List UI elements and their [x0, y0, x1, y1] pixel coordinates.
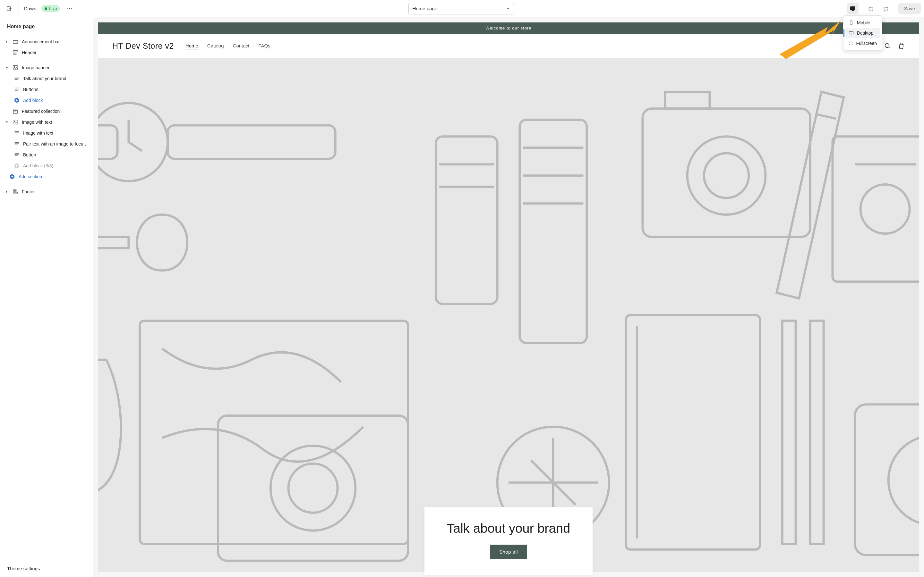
section-footer[interactable]: Footer [0, 186, 93, 197]
viewport-option-fullscreen[interactable]: Fullscreen [845, 38, 880, 48]
nav-link-home[interactable]: Home [186, 43, 198, 49]
svg-rect-14 [13, 120, 18, 124]
announcement-bar: Welcome to our store [98, 23, 919, 34]
section-icon [12, 189, 19, 195]
text-block-icon [13, 86, 20, 93]
more-actions-button[interactable] [64, 3, 75, 15]
save-button[interactable]: Save [898, 3, 921, 14]
svg-rect-11 [13, 66, 18, 70]
svg-rect-8 [849, 31, 853, 34]
viewport-button[interactable] [847, 3, 859, 15]
nav-link-contact[interactable]: Contact [233, 43, 250, 49]
section-featured-collection[interactable]: Featured collection [0, 106, 93, 117]
section-icon [12, 49, 19, 56]
chevron-down-icon [5, 121, 9, 124]
nav-link-catalog[interactable]: Catalog [207, 43, 224, 49]
block-label: Pair text with an image to focu… [23, 141, 88, 147]
text-block-icon [13, 130, 20, 136]
hero-content-card: Talk about your brand Shop all [425, 507, 593, 575]
block-button[interactable]: Button [0, 149, 93, 160]
page-select-label: Home page [413, 6, 438, 11]
svg-point-12 [14, 66, 15, 67]
text-block-icon [13, 141, 20, 147]
block-pair-text[interactable]: Pair text with an image to focu… [0, 139, 93, 149]
redo-button[interactable] [880, 3, 892, 15]
viewport-option-mobile[interactable]: Mobile [845, 18, 880, 28]
exit-icon [6, 6, 12, 11]
nav-link-faqs[interactable]: FAQs [258, 43, 270, 49]
hero-title: Talk about your brand [447, 521, 570, 536]
text-block-icon [13, 75, 20, 82]
fullscreen-icon [849, 41, 853, 46]
divider [862, 0, 862, 17]
sidebar-title: Home page [0, 17, 93, 34]
cart-icon[interactable] [898, 43, 905, 50]
section-header[interactable]: Header [0, 47, 93, 58]
add-section-label: Add section [19, 174, 88, 179]
add-section-button[interactable]: Add section [0, 171, 93, 182]
chevron-right-icon [5, 190, 9, 193]
dots-horizontal-icon [67, 6, 73, 11]
chevron-right-icon [5, 40, 9, 43]
block-label: Image with text [23, 131, 88, 135]
svg-point-20 [885, 43, 889, 47]
svg-point-1 [67, 8, 68, 9]
chevron-down-icon [5, 66, 9, 69]
svg-rect-9 [13, 40, 18, 43]
svg-point-15 [14, 121, 15, 121]
hero-cta-button[interactable]: Shop all [490, 545, 527, 559]
block-label: Buttons [23, 87, 88, 92]
store-header: HT Dev Store v2 Home Catalog Contact FAQ… [98, 34, 919, 58]
svg-point-2 [69, 8, 70, 9]
add-block-label: Add block [23, 98, 88, 103]
plus-circle-icon [9, 173, 15, 180]
hero-section: Talk about your brand Shop all [98, 58, 919, 572]
undo-icon [868, 5, 874, 12]
mobile-icon [849, 20, 854, 25]
section-announcement-bar[interactable]: Announcement bar [0, 36, 93, 47]
svg-point-3 [71, 8, 72, 9]
section-label: Header [22, 50, 88, 55]
exit-button[interactable] [3, 3, 15, 15]
store-nav: Home Catalog Contact FAQs [186, 43, 270, 49]
svg-rect-10 [13, 51, 18, 52]
sidebar: Home page Announcement bar Header Image [0, 17, 93, 577]
section-image-banner[interactable]: Image banner [0, 62, 93, 73]
block-buttons[interactable]: Buttons [0, 84, 93, 95]
viewport-option-label: Desktop [857, 31, 873, 35]
text-block-icon [13, 152, 20, 158]
live-label: Live [49, 6, 57, 11]
section-label: Footer [22, 189, 88, 194]
viewport-menu: Mobile Desktop Fullscreen [843, 15, 882, 51]
page-select[interactable]: Home page [409, 3, 514, 15]
desktop-icon [849, 31, 854, 35]
svg-point-7 [851, 24, 851, 24]
section-label: Featured collection [22, 109, 88, 114]
divider [5, 184, 88, 184]
theme-settings-button[interactable]: Theme settings [0, 560, 93, 577]
store-name[interactable]: HT Dev Store v2 [112, 41, 174, 51]
divider [19, 0, 19, 17]
viewport-option-desktop[interactable]: Desktop [845, 28, 880, 38]
block-talk-about-brand[interactable]: Talk about your brand [0, 73, 93, 84]
section-list: Announcement bar Header Image banner Tal… [0, 34, 93, 560]
block-image-with-text[interactable]: Image with text [0, 127, 93, 139]
add-block-disabled: Add block (3/3) [0, 160, 93, 171]
add-block-button[interactable]: Add block [0, 95, 93, 106]
search-icon[interactable] [884, 43, 891, 50]
live-badge: Live [41, 5, 60, 12]
store-preview: Welcome to our store HT Dev Store v2 Hom… [98, 23, 919, 572]
section-label: Announcement bar [22, 39, 88, 44]
collection-icon [12, 108, 19, 114]
image-icon [12, 64, 19, 71]
svg-rect-4 [851, 6, 855, 10]
undo-button[interactable] [865, 3, 877, 15]
add-block-label: Add block (3/3) [23, 163, 88, 168]
section-label: Image banner [22, 65, 88, 70]
section-image-with-text[interactable]: Image with text [0, 117, 93, 127]
chevron-down-icon [506, 7, 510, 11]
section-label: Image with text [22, 119, 88, 125]
block-label: Talk about your brand [23, 76, 88, 81]
block-label: Button [23, 152, 88, 157]
image-icon [12, 119, 19, 125]
